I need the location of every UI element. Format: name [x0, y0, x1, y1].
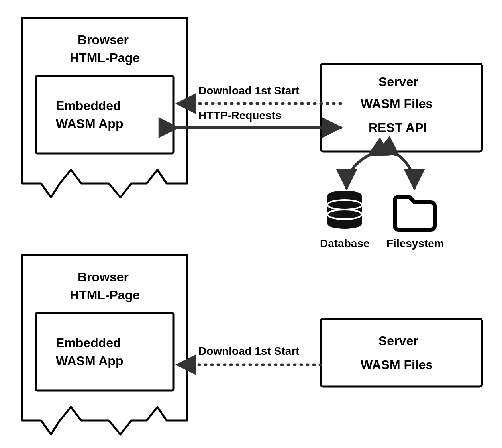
server-line2-top: WASM Files [361, 96, 433, 112]
database-label: Database [320, 236, 370, 250]
server-title-top: Server [378, 74, 418, 90]
database-icon [327, 191, 362, 229]
embedded-line2-bottom: WASM App [56, 353, 123, 369]
server-line2-bottom: WASM Files [361, 357, 433, 373]
diagram-svg [0, 0, 502, 448]
browser-title-line1-top: Browser [78, 32, 129, 48]
diagram-canvas: Browser HTML-Page Embedded WASM App Serv… [0, 0, 502, 448]
embedded-app-box-top [36, 76, 173, 153]
embedded-line1-bottom: Embedded [56, 335, 121, 351]
server-to-fs-arrow [398, 155, 414, 188]
embedded-line1-top: Embedded [56, 98, 121, 114]
server-to-db-arrow [347, 155, 369, 188]
folder-icon [395, 197, 435, 230]
embedded-app-box-bottom [36, 313, 173, 391]
browser-title-line2-top: HTML-Page [70, 50, 140, 66]
download-label-bottom: Download 1st Start [198, 344, 300, 358]
download-label-top: Download 1st Start [198, 84, 300, 98]
embedded-line2-top: WASM App [56, 116, 123, 132]
server-line3-top: REST API [369, 120, 427, 136]
browser-title-line1-bottom: Browser [78, 269, 129, 285]
server-title-bottom: Server [378, 333, 418, 349]
server-box-bottom [321, 319, 482, 387]
http-label-top: HTTP-Requests [198, 108, 281, 122]
browser-title-line2-bottom: HTML-Page [70, 287, 140, 303]
filesystem-label: Filesystem [386, 236, 444, 250]
